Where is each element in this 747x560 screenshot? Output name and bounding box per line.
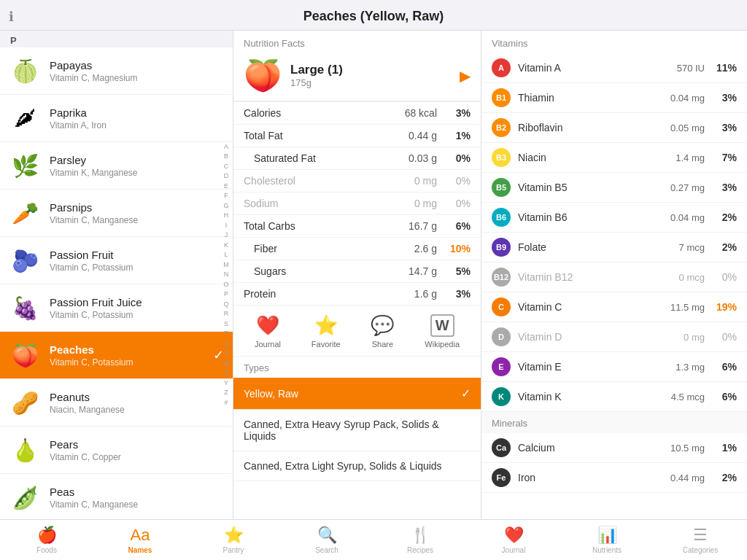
vitamin-pct: 7% [715, 152, 737, 163]
alpha-index-letter[interactable]: L [220, 250, 233, 260]
action-button[interactable]: W Wikipedia [425, 314, 460, 349]
alpha-index-letter[interactable]: E [220, 182, 233, 192]
vitamin-name: Vitamin D [518, 331, 661, 343]
nav-item-journal[interactable]: ❤️ Journal [467, 520, 560, 560]
alpha-index-letter[interactable]: Y [220, 378, 233, 389]
nav-item-pantry[interactable]: ⭐ Pantry [187, 520, 280, 560]
nav-item-names[interactable]: Aa Names [93, 520, 187, 560]
share-icon: 💬 [371, 314, 394, 337]
food-list-item[interactable]: 🍑 Peaches Vitamin C, Potassium ✓ [0, 332, 233, 379]
type-item[interactable]: Yellow, Raw✓ [233, 378, 481, 410]
vitamin-name: Riboflavin [518, 122, 661, 133]
vitamin-badge: B3 [492, 148, 511, 167]
action-button[interactable]: ⭐ Favorite [311, 314, 341, 349]
serving-arrow[interactable]: ▶ [460, 67, 471, 85]
nutrient-name: Cholesterol [244, 175, 393, 187]
nutrient-value: 0 mg [393, 175, 437, 187]
food-list-item[interactable]: 🫐 Passion Fruit Vitamin C, Potassium [0, 237, 233, 284]
alpha-index-letter[interactable]: T [220, 329, 233, 339]
alpha-index-letter[interactable]: F [220, 191, 233, 201]
alpha-index-letter[interactable]: N [220, 270, 233, 280]
food-list-item[interactable]: 🌿 Parsley Vitamin K, Manganese [0, 142, 233, 190]
alphabet-index[interactable]: ABCDEFGHIJKLMNOPQRSTUVWXYZ# [220, 31, 233, 519]
vitamin-badge: B12 [492, 268, 511, 287]
alpha-index-letter[interactable]: V [220, 349, 233, 359]
serving-grams: 175g [290, 77, 460, 88]
vitamin-badge: E [492, 357, 511, 376]
food-list-item[interactable]: 🥜 Peanuts Niacin, Manganese [0, 379, 233, 427]
main-content: P 🍈 Papayas Vitamin C, Magnesium 🌶 Papri… [0, 31, 747, 519]
nutrient-name: Calories [244, 107, 393, 119]
alpha-index-letter[interactable]: P [220, 289, 233, 300]
vitamin-row: C Vitamin C 11.5 mg 19% [481, 292, 747, 322]
type-item[interactable]: Canned, Extra Light Syrup, Solids & Liqu… [233, 451, 481, 481]
food-list-item[interactable]: 🫛 Peas Vitamin C, Manganese [0, 474, 233, 519]
alpha-index-letter[interactable]: C [220, 162, 233, 172]
nav-item-nutrients[interactable]: 📊 Nutrients [560, 520, 654, 560]
info-icon[interactable]: ℹ [9, 9, 14, 25]
nav-icon: Aa [131, 526, 150, 545]
food-list-item[interactable]: 🍈 Papayas Vitamin C, Magnesium [0, 47, 233, 95]
nav-item-search[interactable]: 🔍 Search [280, 520, 374, 560]
vitamin-pct: 6% [715, 391, 737, 402]
food-emoji: 🍈 [9, 55, 41, 87]
alpha-index-letter[interactable]: Q [220, 300, 233, 310]
nav-item-foods[interactable]: 🍎 Foods [0, 520, 93, 560]
food-emoji: 🥜 [9, 386, 41, 419]
page-title: Peaches (Yellow, Raw) [303, 9, 444, 23]
type-name: Canned, Extra Heavy Syrup Pack, Solids &… [244, 419, 439, 442]
alpha-index-letter[interactable]: G [220, 201, 233, 211]
minerals-header: Minerals [481, 412, 747, 433]
alpha-index-letter[interactable]: Z [220, 388, 233, 398]
nutrient-row: Sodium 0 mg 0% [233, 192, 481, 215]
alpha-index-letter[interactable]: S [220, 319, 233, 330]
nutrient-pct: 0% [449, 152, 471, 164]
food-name: Peanuts [50, 391, 224, 403]
action-button[interactable]: ❤️ Journal [255, 314, 281, 349]
alpha-index-letter[interactable]: # [220, 398, 233, 408]
nav-label: Journal [502, 546, 526, 554]
bottom-navigation: 🍎 Foods Aa Names ⭐ Pantry 🔍 Search 🍴 Rec… [0, 519, 747, 560]
food-emoji: 🌿 [9, 149, 41, 182]
alpha-index-letter[interactable]: M [220, 260, 233, 271]
alpha-index-letter[interactable]: W [220, 359, 233, 369]
vitamin-badge: B5 [492, 178, 511, 197]
vitamin-badge: B9 [492, 238, 511, 257]
food-name: Papayas [50, 59, 224, 71]
vitamin-name: Vitamin B12 [518, 271, 661, 283]
alpha-index-letter[interactable]: H [220, 211, 233, 221]
nav-item-categories[interactable]: ☰ Categories [654, 520, 747, 560]
alpha-index-letter[interactable]: A [220, 142, 233, 152]
alpha-index-letter[interactable]: O [220, 280, 233, 290]
mineral-value: 0.44 mg [661, 472, 705, 483]
food-vitamins: Vitamin C, Manganese [50, 215, 224, 225]
nav-icon: ⭐ [224, 526, 244, 545]
food-name: Passion Fruit [50, 249, 224, 261]
vitamin-value: 0.04 mg [661, 93, 705, 104]
food-list-item[interactable]: 🥕 Parsnips Vitamin C, Manganese [0, 190, 233, 237]
vitamin-name: Folate [518, 241, 661, 253]
alpha-index-letter[interactable]: J [220, 230, 233, 241]
food-list-item[interactable]: 🍐 Pears Vitamin C, Copper [0, 427, 233, 474]
action-button[interactable]: 💬 Share [371, 314, 394, 349]
alpha-index-letter[interactable]: R [220, 309, 233, 319]
nutrient-value: 0.03 g [393, 152, 437, 164]
food-list-item[interactable]: 🍇 Passion Fruit Juice Vitamin C, Potassi… [0, 284, 233, 332]
alpha-index-letter[interactable]: D [220, 171, 233, 182]
vitamin-row: B6 Vitamin B6 0.04 mg 2% [481, 203, 747, 233]
alpha-index-letter[interactable]: K [220, 241, 233, 251]
alpha-index-letter[interactable]: U [220, 339, 233, 349]
alpha-index-letter[interactable]: B [220, 152, 233, 162]
food-list-item[interactable]: 🌶 Paprika Vitamin A, Iron [0, 95, 233, 142]
nav-item-recipes[interactable]: 🍴 Recipes [374, 520, 467, 560]
vitamin-pct: 3% [715, 182, 737, 193]
nutrition-panel: Nutrition Facts 🍑 Large (1) 175g ▶ Calor… [233, 31, 481, 519]
journal-icon: ❤️ [256, 314, 279, 337]
food-name: Peaches [50, 343, 207, 356]
alpha-index-letter[interactable]: X [220, 368, 233, 378]
type-name: Canned, Extra Light Syrup, Solids & Liqu… [244, 460, 442, 472]
wikipedia-icon: W [430, 314, 454, 337]
type-item[interactable]: Canned, Extra Heavy Syrup Pack, Solids &… [233, 410, 481, 451]
nav-label: Nutrients [592, 546, 622, 554]
alpha-index-letter[interactable]: I [220, 221, 233, 231]
